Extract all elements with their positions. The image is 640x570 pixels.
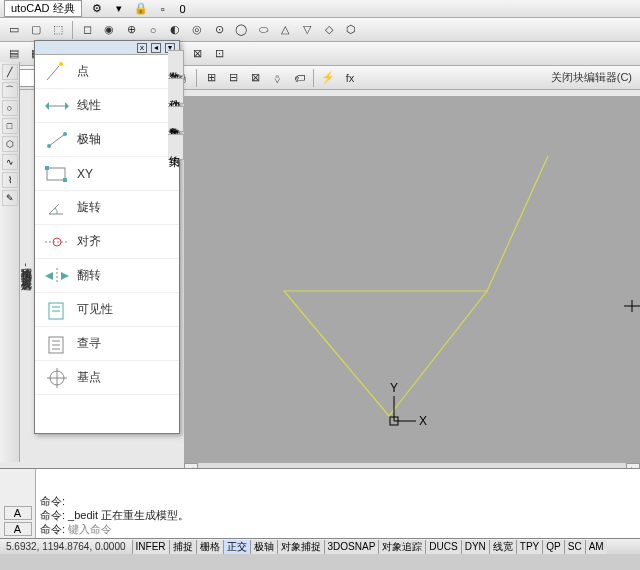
status-toggle-TPY[interactable]: TPY — [516, 540, 542, 554]
command-window: A A 命令: 命令: _bedit 正在重生成模型。 命令: 键入命令 — [0, 468, 640, 538]
palette-item-lookup[interactable]: 查寻 — [35, 327, 179, 361]
tb-icon[interactable]: fx — [340, 68, 360, 88]
command-line: 命令: — [40, 494, 636, 508]
tb-icon[interactable]: ◯ — [231, 20, 251, 40]
tb-icon[interactable]: ○ — [143, 20, 163, 40]
tb-icon[interactable]: ⊙ — [209, 20, 229, 40]
status-toggle-捕捉[interactable]: 捕捉 — [169, 540, 196, 554]
status-toggle-线宽[interactable]: 线宽 — [489, 540, 516, 554]
tb-icon[interactable]: ◎ — [187, 20, 207, 40]
toolbar-row-1: ▭ ▢ ⬚ ◻ ◉ ⊕ ○ ◐ ◎ ⊙ ◯ ⬭ △ ▽ ◇ ⬡ — [0, 18, 640, 42]
svg-rect-7 — [63, 178, 67, 182]
axis-x-label: X — [419, 414, 427, 428]
pin-icon[interactable]: ◂ — [151, 43, 161, 53]
left-toolbar: ╱ ⌒ ○ □ ⬡ ∿ ⌇ ✎ — [0, 62, 20, 462]
tool-icon[interactable]: □ — [2, 118, 18, 134]
status-toggle-AM[interactable]: AM — [585, 540, 607, 554]
tb-icon[interactable]: ▭ — [4, 20, 24, 40]
xy-param-icon — [39, 160, 77, 188]
status-toggle-INFER[interactable]: INFER — [132, 540, 169, 554]
tb-icon[interactable]: ◻ — [77, 20, 97, 40]
status-toggle-QP[interactable]: QP — [542, 540, 563, 554]
palette-item-alignment[interactable]: 对齐 — [35, 225, 179, 259]
palette-item-flip[interactable]: 翻转 — [35, 259, 179, 293]
square-icon[interactable]: ▫ — [156, 2, 170, 16]
tb-icon[interactable]: ⬚ — [48, 20, 68, 40]
palette-label: 极轴 — [77, 131, 101, 148]
tb-icon[interactable]: ◉ — [99, 20, 119, 40]
tb-icon[interactable]: ◇ — [319, 20, 339, 40]
palette-item-visibility[interactable]: 可见性 — [35, 293, 179, 327]
palette-label: 对齐 — [77, 233, 101, 250]
palette-label: 基点 — [77, 369, 101, 386]
command-prompt[interactable]: 命令: 键入命令 — [40, 522, 636, 536]
status-toggle-栅格[interactable]: 栅格 — [196, 540, 223, 554]
status-toggle-3DOSNAP[interactable]: 3DOSNAP — [324, 540, 379, 554]
status-toggle-对象捕捉[interactable]: 对象捕捉 — [277, 540, 324, 554]
point-param-icon — [39, 58, 77, 86]
drawing-canvas[interactable]: X Y — [184, 96, 640, 466]
menubar: utoCAD 经典 ⚙ ▾ 🔒 ▫ 0 — [0, 0, 640, 18]
gear-icon[interactable]: ⚙ — [90, 2, 104, 16]
section-a[interactable]: A — [4, 522, 32, 536]
svg-point-4 — [63, 132, 67, 136]
palette-item-rotation[interactable]: 旋转 — [35, 191, 179, 225]
tool-icon[interactable]: ○ — [2, 100, 18, 116]
status-toggle-正交[interactable]: 正交 — [223, 540, 250, 554]
tb-icon[interactable]: ⬡ — [341, 20, 361, 40]
tool-icon[interactable]: ⬡ — [2, 136, 18, 152]
palette-label: 点 — [77, 63, 89, 80]
status-toggle-极轴[interactable]: 极轴 — [250, 540, 277, 554]
dropdown-icon[interactable]: ▾ — [112, 2, 126, 16]
tb-icon[interactable]: ⊡ — [209, 44, 229, 64]
palette-label: 翻转 — [77, 267, 101, 284]
palette-item-linear[interactable]: 线性 — [35, 89, 179, 123]
tab-constraints[interactable]: 约束 — [168, 134, 184, 160]
svg-rect-5 — [47, 168, 65, 180]
tb-icon[interactable]: ⊠ — [187, 44, 207, 64]
status-toggle-对象追踪[interactable]: 对象追踪 — [378, 540, 425, 554]
cmd-sections: A A — [0, 469, 36, 538]
status-toggle-DUCS[interactable]: DUCS — [425, 540, 460, 554]
palette-label: 线性 — [77, 97, 101, 114]
status-toggle-SC[interactable]: SC — [564, 540, 585, 554]
tool-icon[interactable]: ⌒ — [2, 82, 18, 98]
tb-icon[interactable]: ⊟ — [223, 68, 243, 88]
tb-icon[interactable]: ⚡ — [318, 68, 338, 88]
palette-side-tabs: 参数 动作 参数集 约束 — [168, 50, 184, 162]
tb-icon[interactable]: △ — [275, 20, 295, 40]
tb-icon[interactable]: ▽ — [297, 20, 317, 40]
palette-item-polar[interactable]: 极轴 — [35, 123, 179, 157]
palette-item-xy[interactable]: XY — [35, 157, 179, 191]
tool-icon[interactable]: ╱ — [2, 64, 18, 80]
tb-icon[interactable]: ▤ — [4, 44, 24, 64]
close-icon[interactable]: x — [137, 43, 147, 53]
svg-line-2 — [49, 134, 65, 146]
tab-paramsets[interactable]: 参数集 — [168, 106, 184, 132]
status-toggle-DYN[interactable]: DYN — [461, 540, 489, 554]
section-a[interactable]: A — [4, 506, 32, 520]
tb-icon[interactable]: ◐ — [165, 20, 185, 40]
tab-params[interactable]: 参数 — [168, 50, 184, 76]
tool-icon[interactable]: ∿ — [2, 154, 18, 170]
command-body[interactable]: 命令: 命令: _bedit 正在重生成模型。 命令: 键入命令 — [36, 469, 640, 538]
tb-icon[interactable]: ⬭ — [253, 20, 273, 40]
tab-actions[interactable]: 动作 — [168, 78, 184, 104]
tb-icon[interactable]: ⊞ — [201, 68, 221, 88]
tb-icon[interactable]: 🏷 — [289, 68, 309, 88]
tool-icon[interactable]: ✎ — [2, 190, 18, 206]
svg-line-22 — [487, 156, 548, 291]
status-bar: 5.6932, 1194.8764, 0.0000 INFER捕捉栅格正交极轴对… — [0, 538, 640, 554]
tb-icon[interactable]: ⊕ — [121, 20, 141, 40]
tool-icon[interactable]: ⌇ — [2, 172, 18, 188]
tb-icon[interactable]: ⎀ — [267, 68, 287, 88]
lock-icon[interactable]: 🔒 — [134, 2, 148, 16]
palette-item-point[interactable]: 点 — [35, 55, 179, 89]
tb-icon[interactable]: ▢ — [26, 20, 46, 40]
tb-icon[interactable]: ⊠ — [245, 68, 265, 88]
workspace-dropdown[interactable]: utoCAD 经典 — [4, 0, 82, 17]
axis-y-label: Y — [390, 381, 398, 395]
rotation-param-icon — [39, 194, 77, 222]
palette-item-basepoint[interactable]: 基点 — [35, 361, 179, 395]
close-block-editor-button[interactable]: 关闭块编辑器(C) — [547, 70, 636, 85]
